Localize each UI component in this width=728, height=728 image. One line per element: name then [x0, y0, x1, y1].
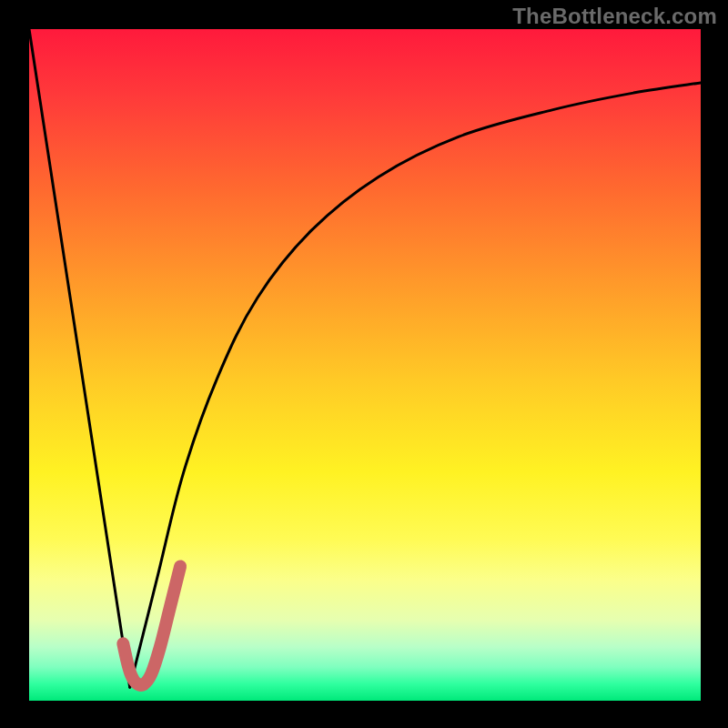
right-log-curve [130, 83, 701, 687]
plot-area [29, 29, 701, 701]
outer-frame: TheBottleneck.com [0, 0, 728, 728]
accent-j-stub [123, 566, 180, 685]
chart-svg [29, 29, 701, 701]
left-falling-line [29, 29, 130, 687]
watermark-text: TheBottleneck.com [512, 4, 717, 29]
